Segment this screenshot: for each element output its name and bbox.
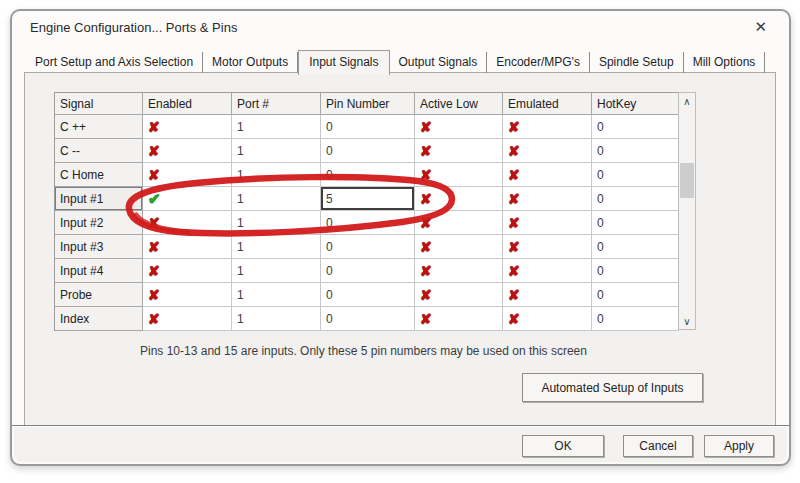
cell-enabled[interactable]: ✔ <box>143 187 232 211</box>
cell-active-low[interactable]: ✘ <box>415 307 503 331</box>
cell-port[interactable]: 1 <box>232 235 321 259</box>
cell-hotkey[interactable]: 0 <box>592 235 679 259</box>
scroll-down-icon[interactable]: ∨ <box>679 313 695 329</box>
cell-enabled[interactable]: ✘ <box>143 235 232 259</box>
cell-active-low[interactable]: ✘ <box>415 211 503 235</box>
cross-icon: ✘ <box>420 143 432 159</box>
cell-enabled[interactable]: ✘ <box>143 259 232 283</box>
scroll-up-icon[interactable]: ∧ <box>679 93 695 109</box>
cell-enabled[interactable]: ✘ <box>143 115 232 139</box>
column-header-active-low: Active Low <box>415 93 503 115</box>
cancel-button[interactable]: Cancel <box>623 435 693 457</box>
cell-port[interactable]: 1 <box>232 307 321 331</box>
cell-hotkey[interactable]: 0 <box>592 211 679 235</box>
ok-button[interactable]: OK <box>522 435 604 457</box>
cell-pin-number[interactable]: 0 <box>321 259 415 283</box>
table-header-row: SignalEnabledPort #Pin NumberActive LowE… <box>55 93 679 115</box>
cell-enabled[interactable]: ✘ <box>143 211 232 235</box>
signals-table: SignalEnabledPort #Pin NumberActive LowE… <box>54 92 679 331</box>
pin-number-edit-cell[interactable]: 5 <box>321 187 415 211</box>
cell-port[interactable]: 1 <box>232 259 321 283</box>
cell-emulated[interactable]: ✘ <box>503 259 592 283</box>
cell-emulated[interactable]: ✘ <box>503 139 592 163</box>
row-header-signal[interactable]: Index <box>55 307 143 331</box>
cell-pin-number[interactable]: 0 <box>321 283 415 307</box>
cross-icon: ✘ <box>420 287 432 303</box>
cell-port[interactable]: 1 <box>232 283 321 307</box>
cross-icon: ✘ <box>508 143 520 159</box>
cell-port[interactable]: 1 <box>232 163 321 187</box>
cell-emulated[interactable]: ✘ <box>503 235 592 259</box>
tab-spindle-setup[interactable]: Spindle Setup <box>590 52 684 73</box>
cross-icon: ✘ <box>148 287 160 303</box>
tab-input-signals[interactable]: Input Signals <box>298 50 389 75</box>
cell-pin-number[interactable]: 0 <box>321 235 415 259</box>
tab-mill-options[interactable]: Mill Options <box>684 52 766 73</box>
cell-enabled[interactable]: ✘ <box>143 283 232 307</box>
cross-icon: ✘ <box>148 263 160 279</box>
cell-active-low[interactable]: ✘ <box>415 259 503 283</box>
row-header-signal[interactable]: Input #3 <box>55 235 143 259</box>
cell-enabled[interactable]: ✘ <box>143 163 232 187</box>
tab-motor-outputs[interactable]: Motor Outputs <box>203 52 298 73</box>
row-header-signal[interactable]: Input #4 <box>55 259 143 283</box>
cross-icon: ✘ <box>148 143 160 159</box>
cell-active-low[interactable]: ✘ <box>415 139 503 163</box>
table-row: Input #3✘10✘✘0 <box>55 235 679 259</box>
cell-active-low[interactable]: ✘ <box>415 187 503 211</box>
row-header-signal[interactable]: Input #2 <box>55 211 143 235</box>
row-header-signal[interactable]: C ++ <box>55 115 143 139</box>
table-row: Input #4✘10✘✘0 <box>55 259 679 283</box>
cell-port[interactable]: 1 <box>232 139 321 163</box>
cell-active-low[interactable]: ✘ <box>415 163 503 187</box>
cell-port[interactable]: 1 <box>232 115 321 139</box>
cell-emulated[interactable]: ✘ <box>503 163 592 187</box>
cross-icon: ✘ <box>508 167 520 183</box>
close-icon[interactable]: ✕ <box>754 18 767 36</box>
cell-pin-number[interactable]: 0 <box>321 115 415 139</box>
cell-pin-number[interactable]: 0 <box>321 211 415 235</box>
cell-hotkey[interactable]: 0 <box>592 307 679 331</box>
cross-icon: ✘ <box>420 119 432 135</box>
cell-port[interactable]: 1 <box>232 211 321 235</box>
cell-hotkey[interactable]: 0 <box>592 283 679 307</box>
cell-emulated[interactable]: ✘ <box>503 307 592 331</box>
cross-icon: ✘ <box>508 191 520 207</box>
cell-hotkey[interactable]: 0 <box>592 163 679 187</box>
cell-emulated[interactable]: ✘ <box>503 283 592 307</box>
tab-port-setup-and-axis-selection[interactable]: Port Setup and Axis Selection <box>26 52 203 73</box>
cell-hotkey[interactable]: 0 <box>592 187 679 211</box>
scrollbar-thumb[interactable] <box>680 163 694 198</box>
table-row: Index✘10✘✘0 <box>55 307 679 331</box>
tab-output-signals[interactable]: Output Signals <box>390 52 488 73</box>
cell-port[interactable]: 1 <box>232 187 321 211</box>
cross-icon: ✘ <box>420 191 432 207</box>
cell-hotkey[interactable]: 0 <box>592 139 679 163</box>
cell-active-low[interactable]: ✘ <box>415 235 503 259</box>
cell-hotkey[interactable]: 0 <box>592 259 679 283</box>
cell-emulated[interactable]: ✘ <box>503 187 592 211</box>
cell-active-low[interactable]: ✘ <box>415 115 503 139</box>
cross-icon: ✘ <box>148 215 160 231</box>
cell-enabled[interactable]: ✘ <box>143 307 232 331</box>
cell-emulated[interactable]: ✘ <box>503 115 592 139</box>
cross-icon: ✘ <box>420 311 432 327</box>
cell-pin-number[interactable]: 0 <box>321 163 415 187</box>
footer-separator <box>12 425 789 427</box>
cell-emulated[interactable]: ✘ <box>503 211 592 235</box>
row-header-signal[interactable]: Probe <box>55 283 143 307</box>
row-header-signal[interactable]: Input #1 <box>55 187 143 211</box>
row-header-signal[interactable]: C -- <box>55 139 143 163</box>
cell-enabled[interactable]: ✘ <box>143 139 232 163</box>
cell-active-low[interactable]: ✘ <box>415 283 503 307</box>
table-vertical-scrollbar[interactable]: ∧ ∨ <box>678 92 696 330</box>
cross-icon: ✘ <box>508 263 520 279</box>
apply-button[interactable]: Apply <box>704 435 774 457</box>
row-header-signal[interactable]: C Home <box>55 163 143 187</box>
column-header-enabled: Enabled <box>143 93 232 115</box>
automated-setup-button[interactable]: Automated Setup of Inputs <box>522 373 703 402</box>
cell-pin-number[interactable]: 0 <box>321 307 415 331</box>
tab-encoder-mpg-s[interactable]: Encoder/MPG's <box>487 52 590 73</box>
cell-pin-number[interactable]: 0 <box>321 139 415 163</box>
cell-hotkey[interactable]: 0 <box>592 115 679 139</box>
